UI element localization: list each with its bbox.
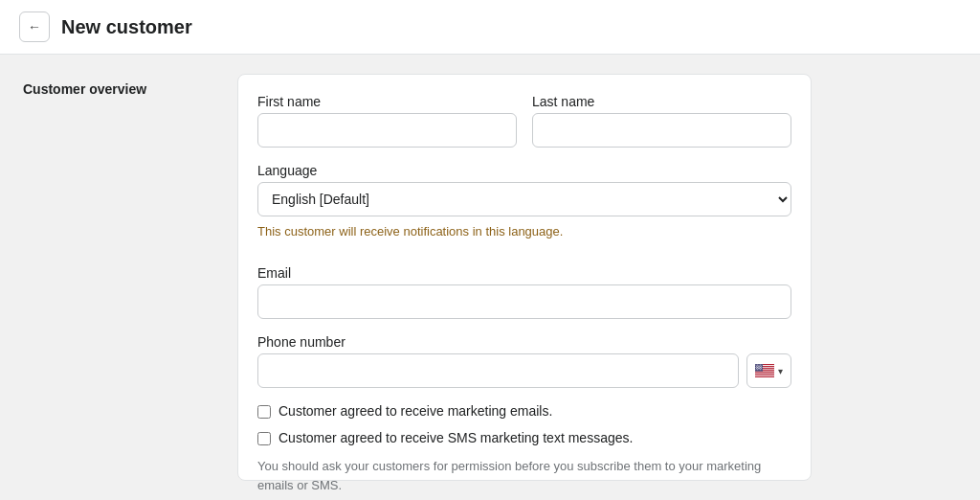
marketing-email-text: Customer agreed to receive marketing ema… <box>278 403 552 419</box>
customer-overview-card: First name Last name Language English [D… <box>237 74 812 481</box>
svg-point-26 <box>760 367 761 368</box>
section-label: Customer overview <box>23 81 146 97</box>
svg-point-27 <box>762 367 763 368</box>
main-content: Customer overview First name Last name L… <box>0 55 980 500</box>
svg-point-18 <box>762 365 763 366</box>
language-label: Language <box>257 163 791 178</box>
svg-rect-9 <box>755 374 774 375</box>
chevron-down-icon: ▾ <box>778 366 783 376</box>
svg-point-35 <box>760 369 761 370</box>
email-field: Email <box>257 265 791 319</box>
first-name-field: First name <box>257 94 517 148</box>
back-button[interactable]: ← <box>19 11 50 42</box>
svg-rect-11 <box>755 375 774 376</box>
email-label: Email <box>257 265 791 281</box>
marketing-email-label[interactable]: Customer agreed to receive marketing ema… <box>278 403 552 419</box>
us-flag-icon <box>755 364 774 377</box>
svg-rect-8 <box>755 373 774 374</box>
svg-point-22 <box>761 366 762 367</box>
svg-point-25 <box>759 367 760 368</box>
svg-point-31 <box>761 368 762 369</box>
page-title: New customer <box>61 16 192 38</box>
svg-point-20 <box>758 366 759 367</box>
name-row: First name Last name <box>257 94 791 148</box>
svg-point-23 <box>756 367 757 368</box>
phone-input[interactable] <box>257 353 739 388</box>
svg-rect-10 <box>755 375 774 375</box>
svg-point-17 <box>760 365 761 366</box>
svg-point-36 <box>762 369 763 370</box>
svg-point-30 <box>759 368 760 369</box>
svg-rect-12 <box>755 376 774 377</box>
language-help-text: This customer will receive notifications… <box>257 224 791 239</box>
marketing-email-checkbox[interactable] <box>257 405 271 419</box>
back-arrow-icon: ← <box>28 19 41 34</box>
svg-point-16 <box>759 365 760 366</box>
marketing-sms-checkbox-item: Customer agreed to receive SMS marketing… <box>257 430 791 445</box>
svg-point-19 <box>756 366 757 367</box>
svg-point-21 <box>759 366 760 367</box>
page-header: ← New customer <box>0 0 980 55</box>
country-flag-button[interactable]: ▾ <box>746 353 791 388</box>
phone-label: Phone number <box>257 334 791 350</box>
svg-point-24 <box>757 367 758 368</box>
svg-point-34 <box>759 369 760 370</box>
language-field: Language English [Default] This customer… <box>257 163 791 250</box>
svg-point-28 <box>756 368 757 369</box>
last-name-field: Last name <box>532 94 791 148</box>
first-name-label: First name <box>257 94 517 109</box>
svg-point-15 <box>757 365 758 366</box>
svg-point-29 <box>758 368 759 369</box>
svg-point-32 <box>756 369 757 370</box>
marketing-sms-text: Customer agreed to receive SMS marketing… <box>278 430 633 445</box>
svg-point-14 <box>756 365 757 366</box>
footer-note: You should ask your customers for permis… <box>257 457 791 494</box>
email-input[interactable] <box>257 284 791 319</box>
phone-wrapper: ▾ <box>257 353 791 388</box>
last-name-label: Last name <box>532 94 791 109</box>
section-sidebar: Customer overview <box>23 74 214 481</box>
marketing-sms-label[interactable]: Customer agreed to receive SMS marketing… <box>278 430 633 445</box>
marketing-sms-checkbox[interactable] <box>257 432 271 445</box>
language-select[interactable]: English [Default] <box>257 182 791 216</box>
phone-field: Phone number <box>257 334 791 388</box>
last-name-input[interactable] <box>532 113 791 148</box>
svg-rect-7 <box>755 372 774 373</box>
marketing-email-checkbox-item: Customer agreed to receive marketing ema… <box>257 403 791 419</box>
first-name-input[interactable] <box>257 113 517 148</box>
svg-point-33 <box>757 369 758 370</box>
